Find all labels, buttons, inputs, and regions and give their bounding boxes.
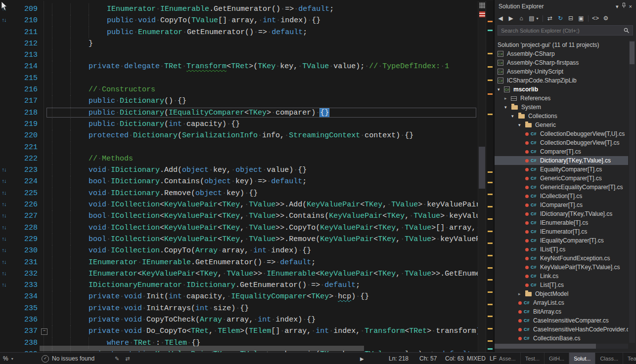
interface-implementation-icon[interactable]: ↑↓ bbox=[1, 210, 6, 222]
panel-tab[interactable]: Test... bbox=[521, 353, 545, 364]
code-line[interactable]: 221 bbox=[0, 142, 478, 153]
column-indicator[interactable]: Col: 63 bbox=[445, 353, 464, 364]
code-line[interactable]: 211public·Enumerator·GetEnumerator()·=>·… bbox=[0, 27, 478, 38]
code-line[interactable]: ↑↓223void·IDictionary.Add(object·key,·ob… bbox=[0, 164, 478, 176]
forward-icon[interactable]: ▶ bbox=[507, 15, 514, 22]
chevron-expanded-icon[interactable]: ▾ bbox=[498, 87, 504, 92]
tree-item[interactable]: C#IEnumerable[T].cs bbox=[495, 218, 628, 227]
vertical-scrollbar-thumb[interactable] bbox=[479, 147, 485, 189]
code-line[interactable]: ↑↓209IEnumerator·IEnumerable.GetEnumerat… bbox=[0, 3, 478, 15]
search-icon[interactable] bbox=[624, 28, 630, 34]
tree-item[interactable]: C#List[T].cs bbox=[495, 281, 628, 289]
tree-item[interactable]: ▾System bbox=[495, 103, 628, 112]
tree-item[interactable]: C#Assembly-CSharp-firstpass bbox=[495, 58, 628, 67]
code-line[interactable]: 213 bbox=[0, 49, 478, 61]
chevron-expanded-icon[interactable]: ▾ bbox=[511, 114, 518, 119]
tree-item[interactable]: C#IEqualityComparer[T].cs bbox=[495, 236, 628, 245]
tree-item[interactable]: C#ICSharpCode.SharpZipLib bbox=[495, 76, 628, 85]
tree-item[interactable]: C#KeyNotFoundException.cs bbox=[495, 254, 628, 263]
interface-implementation-icon[interactable]: ↑↓ bbox=[1, 257, 6, 268]
code-line[interactable]: ↑↓230void·ICollection.CopyTo(Array·array… bbox=[0, 245, 478, 256]
tree-item[interactable]: C#Comparer[T].cs bbox=[495, 147, 628, 156]
tree-item[interactable]: C#BitArray.cs bbox=[495, 307, 628, 316]
explorer-vscroll-thumb[interactable] bbox=[630, 41, 635, 64]
search-input[interactable]: Search Solution Explorer (Ctrl+;) bbox=[498, 25, 633, 36]
tree-item[interactable]: Solution 'project-gui' (11 of 11 project… bbox=[495, 40, 628, 49]
close-icon[interactable]: × bbox=[629, 3, 632, 9]
tree-item[interactable]: C#ICollection[T].cs bbox=[495, 192, 628, 201]
back-icon[interactable]: ◀ bbox=[497, 15, 504, 22]
tree-item[interactable]: C#Link.cs bbox=[495, 272, 628, 281]
char-indicator[interactable]: Ch: 57 bbox=[419, 353, 437, 364]
tree-item[interactable]: C#KeyValuePair[TKey,TValue].cs bbox=[495, 263, 628, 272]
code-line[interactable]: ↑↓225void·IDictionary.Remove(object·key)… bbox=[0, 188, 478, 199]
explorer-hscroll-thumb[interactable] bbox=[495, 344, 596, 349]
interface-implementation-icon[interactable]: ↑↓ bbox=[1, 188, 6, 199]
refresh-icon[interactable]: ↻ bbox=[557, 15, 564, 22]
panel-tab[interactable]: Tea... bbox=[623, 353, 636, 364]
code-line[interactable]: 220protected·Dictionary(SerializationInf… bbox=[0, 130, 478, 141]
code-line[interactable]: 219public·Dictionary(int·capacity)·{} bbox=[0, 119, 478, 130]
properties-icon[interactable]: ⚙ bbox=[602, 15, 609, 22]
tree-item[interactable]: C#ArrayList.cs bbox=[495, 298, 628, 307]
panel-tab-active[interactable]: Solut... bbox=[569, 353, 595, 364]
tree-item[interactable]: C#IList[T].cs bbox=[495, 245, 628, 254]
chevron-collapsed-icon[interactable]: ▸ bbox=[504, 96, 511, 101]
interface-implementation-icon[interactable]: ↑↓ bbox=[1, 245, 6, 256]
tree-item[interactable]: C#IDictionary[TKey,TValue].cs bbox=[495, 209, 628, 218]
code-line[interactable]: 235private·void·InitArrays(int·size)·{} bbox=[0, 303, 478, 314]
code-line[interactable]: ↑↓224bool·IDictionary.Contains(object·ke… bbox=[0, 176, 478, 187]
interface-implementation-icon[interactable]: ↑↓ bbox=[1, 176, 6, 187]
scrollbar-splitter-grip[interactable] bbox=[479, 2, 485, 8]
code-line[interactable]: 218public·Dictionary(IEqualityComparer<T… bbox=[0, 107, 478, 119]
view-code-icon[interactable]: <> bbox=[592, 15, 599, 22]
tree-item[interactable]: C#Assembly-UnityScript bbox=[495, 67, 628, 76]
tree-item[interactable]: C#CaseInsensitiveHashCodeProvider.cs bbox=[495, 325, 628, 334]
editor-horizontal-scrollbar[interactable] bbox=[0, 346, 478, 351]
code-line[interactable]: 212} bbox=[0, 38, 478, 49]
code-line[interactable]: ↑↓228void·ICollection<KeyValuePair<TKey,… bbox=[0, 222, 478, 234]
tree-item[interactable]: ▾Collections bbox=[495, 112, 628, 121]
interface-implementation-icon[interactable]: ↑↓ bbox=[1, 222, 6, 234]
home-icon[interactable]: ⌂ bbox=[518, 15, 525, 22]
pencil-icon[interactable]: ✎ bbox=[115, 356, 119, 362]
code-line[interactable]: 214private·delegate·TRet·Transform<TRet>… bbox=[0, 61, 478, 72]
issues-indicator[interactable]: ✓ No issues found bbox=[42, 353, 94, 364]
tree-item[interactable]: C#GenericComparer[T].cs bbox=[495, 174, 628, 183]
tree-item[interactable]: C#Assembly-CSharp bbox=[495, 49, 628, 58]
code-line[interactable]: ↑↓231IEnumerator·IEnumerable.GetEnumerat… bbox=[0, 257, 478, 268]
code-line[interactable]: 217public·Dictionary()·{} bbox=[0, 95, 478, 107]
interface-implementation-icon[interactable]: ↑↓ bbox=[1, 15, 6, 26]
chevron-down-icon[interactable]: ▾ bbox=[616, 3, 619, 9]
tree-item[interactable]: C#CaseInsensitiveComparer.cs bbox=[495, 316, 628, 325]
switch-views-caret-icon[interactable]: ▾ bbox=[536, 16, 539, 21]
tree-item[interactable]: C#IComparer[T].cs bbox=[495, 201, 628, 209]
chevron-expanded-icon[interactable]: ▾ bbox=[504, 105, 511, 110]
play-icon[interactable]: ▶ bbox=[360, 353, 364, 364]
code-line[interactable]: 236private·void·CopyToCheck(Array·array,… bbox=[0, 314, 478, 325]
tree-item[interactable]: C#GenericEqualityComparer[T].cs bbox=[495, 183, 628, 192]
tree-item[interactable]: ▸ObjectModel bbox=[495, 289, 628, 298]
tree-item[interactable]: C#CollectionDebuggerView[T,U].cs bbox=[495, 129, 628, 138]
panel-tab[interactable]: Asse... bbox=[495, 353, 521, 364]
panel-tab[interactable]: Class... bbox=[595, 353, 623, 364]
switch-views-icon[interactable]: ▤ bbox=[528, 15, 535, 22]
show-all-files-icon[interactable]: ▣ bbox=[578, 15, 585, 22]
interface-implementation-icon[interactable]: ↑↓ bbox=[1, 234, 6, 245]
code-line[interactable]: 237private·void·Do_CopyTo<TRet,·TElem>(T… bbox=[0, 325, 478, 337]
tree-item[interactable]: C#EqualityComparer[T].cs bbox=[495, 165, 628, 174]
code-line[interactable]: 215 bbox=[0, 73, 478, 84]
tree-item[interactable]: C#CollectionBase.cs bbox=[495, 334, 628, 343]
tree-item[interactable]: ▾C#mscorlib bbox=[495, 85, 628, 94]
interface-implementation-icon[interactable]: ↑↓ bbox=[1, 280, 6, 291]
zoom-control[interactable]: % ▾ bbox=[3, 353, 13, 364]
code-line[interactable]: 234private·void·Init(int·capacity,·IEqua… bbox=[0, 291, 478, 302]
chevron-collapsed-icon[interactable]: ▸ bbox=[518, 291, 525, 296]
chevron-expanded-icon[interactable]: ▾ bbox=[518, 122, 525, 127]
code-editor[interactable]: ↑↓209IEnumerator·IEnumerable.GetEnumerat… bbox=[0, 0, 494, 352]
editor-vertical-scrollbar[interactable] bbox=[478, 1, 486, 352]
sync-status-icon[interactable]: ⇄ bbox=[125, 356, 130, 362]
line-indicator[interactable]: Ln: 218 bbox=[389, 353, 409, 364]
code-line[interactable]: 216//·Constructors bbox=[0, 84, 478, 95]
interface-implementation-icon[interactable]: ↑↓ bbox=[1, 268, 6, 280]
